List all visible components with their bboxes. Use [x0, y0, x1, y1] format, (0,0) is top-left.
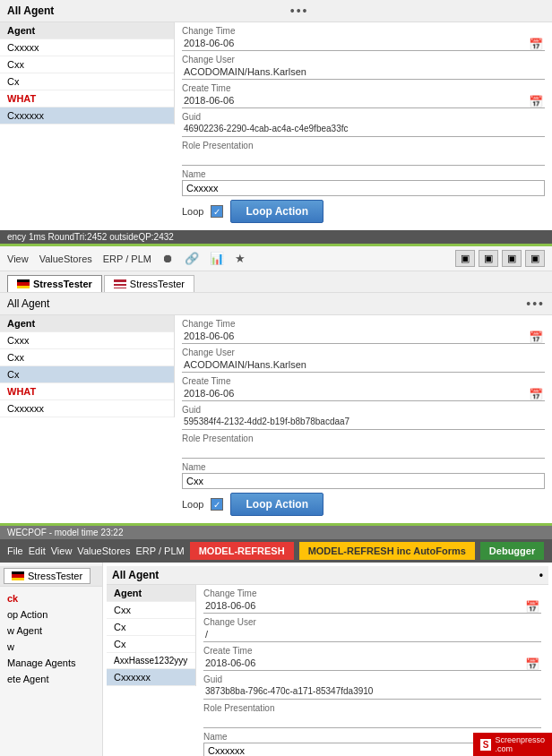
sidebar-item-manage-agents[interactable]: Manage Agents	[0, 655, 102, 671]
table-row[interactable]: Cx	[0, 73, 174, 90]
calendar-icon[interactable]: 📅	[525, 657, 539, 671]
table-row[interactable]: AxxHasse1232yyy	[107, 653, 195, 669]
calendar-icon[interactable]: 📅	[529, 95, 543, 108]
section1-form: Change Time 2018-06-06 📅 Change User ACO…	[175, 22, 552, 230]
section2-panel: View ValueStores ERP / PLM ⏺ 🔗 📊 ★ ▣ ▣ ▣…	[0, 246, 552, 526]
section1-title: All Agent	[7, 4, 54, 17]
loop-checkbox[interactable]: ✓	[211, 205, 223, 218]
sidebar-item-new-agent[interactable]: w Agent	[0, 623, 102, 639]
section3-agent-table: Agent Cxx Cx Cx AxxHasse1232yyy Cxxxxxx	[107, 585, 196, 686]
flag-us-icon	[114, 279, 126, 288]
loop-row: Loop ✓ Loop Action	[182, 200, 545, 223]
sidebar-item-delete-agent[interactable]: ete Agent	[0, 671, 102, 687]
role-presentation-field: Role Presentation	[182, 434, 545, 459]
section2-form: Change Time 2018-06-06 📅 Change User ACO…	[175, 315, 552, 523]
toolbar-icon-btn-1[interactable]: ▣	[455, 250, 475, 267]
screenpresso-logo: S	[480, 739, 492, 751]
section1-panel: All Agent ••• Agent Cxxxxx Cxx Cx WHAT C…	[0, 0, 552, 246]
table-row[interactable]: Cxxxxxx	[0, 107, 174, 125]
section2-content: All Agent ••• Agent Cxxx Cxx Cx WHAT Cxx…	[0, 293, 552, 523]
section2-body: Agent Cxxx Cxx Cx WHAT Cxxxxxx Change Ti…	[0, 315, 552, 523]
flag-de-icon	[17, 279, 30, 288]
table-row[interactable]: Cxx	[0, 349, 174, 366]
section3-dots[interactable]: •	[539, 569, 543, 581]
role-presentation-field: Role Presentation	[203, 703, 541, 728]
menu-edit[interactable]: Edit	[29, 546, 46, 556]
loop-checkbox[interactable]: ✓	[211, 498, 223, 511]
excel-icon[interactable]: 📊	[210, 252, 224, 265]
menu-valuestores[interactable]: ValueStores	[77, 546, 130, 556]
table-row[interactable]: WHAT	[0, 383, 174, 400]
table-row[interactable]: Cxxxxx	[0, 39, 174, 56]
guid-field: Guid 3873b8ba-796c-470c-a171-85347fda391…	[203, 674, 541, 700]
menu-erp-plm[interactable]: ERP / PLM	[135, 546, 184, 556]
table-row[interactable]: WHAT	[0, 90, 174, 107]
toolbar-erp-plm[interactable]: ERP / PLM	[103, 253, 151, 264]
section2-all-agent-header: All Agent •••	[0, 293, 552, 315]
menu-view[interactable]: View	[51, 546, 73, 556]
section1-status-bar: ency 1ms RoundTri:2452 outsideQP:2432	[0, 230, 552, 244]
section3-main: All Agent • Agent Cxx Cx Cx AxxHasse1232…	[103, 563, 552, 756]
section2-tabs: StressTester StressTester	[0, 271, 552, 293]
create-time-field: Create Time 2018-06-06 📅	[182, 83, 545, 108]
tab-stresstester-2[interactable]: StressTester	[104, 275, 194, 292]
section1-dots-menu[interactable]: •••	[290, 4, 309, 18]
loop-action-button[interactable]: Loop Action	[230, 200, 323, 223]
toolbar-icon-btn-4[interactable]: ▣	[525, 250, 545, 267]
toolbar-icon-btn-3[interactable]: ▣	[502, 250, 522, 267]
create-time-field: Create Time 2018-06-06 📅	[182, 376, 545, 401]
toolbar-view[interactable]: View	[7, 253, 29, 264]
menu-file[interactable]: File	[7, 546, 23, 556]
tab-stresstester-1[interactable]: StressTester	[7, 275, 102, 292]
table-row[interactable]: Cx	[0, 366, 174, 383]
section3-tab[interactable]: StressTester	[4, 568, 91, 584]
loop-action-button[interactable]: Loop Action	[230, 493, 323, 516]
table-row[interactable]: Cxx	[0, 56, 174, 73]
table-row[interactable]: Cxxxxxx	[107, 669, 195, 686]
change-time-field: Change Time 2018-06-06 📅	[203, 588, 541, 614]
sidebar-item-w[interactable]: w	[0, 639, 102, 655]
link-icon[interactable]: 🔗	[185, 252, 199, 265]
section1-header: All Agent •••	[0, 0, 552, 22]
refresh-icon[interactable]: ⏺	[162, 252, 174, 265]
sidebar-item-ck[interactable]: ck	[0, 590, 102, 606]
screenpresso-text: Screenpresso.com	[495, 735, 545, 753]
calendar-icon[interactable]: 📅	[529, 331, 543, 344]
section3-content: StressTester ck op Action w Agent w Mana…	[0, 563, 552, 756]
sidebar-item-loop-action[interactable]: op Action	[0, 606, 102, 623]
guid-field: Guid 46902236-2290-4cab-ac4a-c4e9fbea33f…	[182, 112, 545, 137]
toolbar-icon-btn-2[interactable]: ▣	[479, 250, 498, 267]
section2-toolbar: View ValueStores ERP / PLM ⏺ 🔗 📊 ★ ▣ ▣ ▣…	[0, 246, 552, 271]
loop-row: Loop ✓ Loop Action	[182, 493, 545, 516]
table-row[interactable]: Cx	[107, 636, 195, 653]
change-user-field: Change User ACODOMAIN/Hans.Karlsen	[182, 348, 545, 373]
star-icon[interactable]: ★	[235, 252, 246, 265]
section3-toolbar: File Edit View ValueStores ERP / PLM MOD…	[0, 539, 552, 563]
section2-agent-table: Agent Cxxx Cxx Cx WHAT Cxxxxxx	[0, 315, 175, 417]
role-presentation-field: Role Presentation	[182, 141, 545, 166]
section3-body: Agent Cxx Cx Cx AxxHasse1232yyy Cxxxxxx …	[107, 585, 548, 756]
calendar-icon[interactable]: 📅	[525, 600, 539, 614]
section3-panel: WECPOF - model time 23:22 File Edit View…	[0, 526, 552, 756]
screenpresso-badge: S Screenpresso.com	[473, 733, 552, 756]
calendar-icon[interactable]: 📅	[529, 388, 543, 401]
flag-de-icon	[12, 571, 24, 580]
debugger-button[interactable]: Debugger	[480, 542, 544, 560]
section3-tab-bar: StressTester	[0, 566, 102, 587]
section2-inner: All Agent ••• Agent Cxxx Cxx Cx WHAT Cxx…	[0, 293, 552, 523]
toolbar-right-icons: ▣ ▣ ▣ ▣	[455, 250, 545, 267]
section1-agent-col-header: Agent	[0, 22, 174, 39]
calendar-icon[interactable]: 📅	[529, 38, 543, 51]
create-time-field: Create Time 2018-06-06 📅	[203, 646, 541, 671]
table-row[interactable]: Cx	[107, 619, 195, 636]
table-row[interactable]: Cxx	[107, 602, 195, 619]
table-row[interactable]: Cxxx	[0, 332, 174, 349]
model-refresh-auto-button[interactable]: MODEL-REFRESH inc AutoForms	[299, 542, 475, 560]
section3-all-agent-header: All Agent •	[107, 566, 548, 585]
toolbar-valuestores[interactable]: ValueStores	[39, 253, 92, 264]
change-time-field: Change Time 2018-06-06 📅	[182, 319, 545, 344]
section2-agent-col-header: Agent	[0, 315, 174, 332]
table-row[interactable]: Cxxxxxx	[0, 400, 174, 417]
guid-field: Guid 595384f4-2132-4dd2-b19f-b8b78bacdaa…	[182, 405, 545, 430]
model-refresh-button[interactable]: MODEL-REFRESH	[190, 542, 294, 560]
